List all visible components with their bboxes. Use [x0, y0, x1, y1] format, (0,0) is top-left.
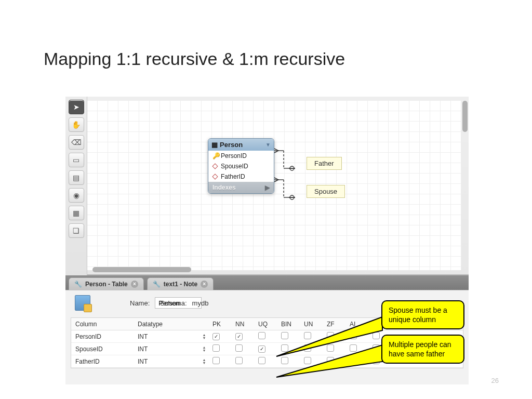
- detail-tabs: 🔧 Person - Table × 🔧 text1 - Note ×: [65, 275, 469, 290]
- checkbox-pk[interactable]: [212, 333, 220, 340]
- close-icon[interactable]: ×: [131, 281, 138, 288]
- entity-column[interactable]: SpouseID: [208, 161, 274, 171]
- checkbox-pk[interactable]: [212, 344, 220, 352]
- column-label: PersonID: [221, 152, 247, 159]
- page-number: 26: [491, 377, 499, 384]
- tab-person-table[interactable]: 🔧 Person - Table ×: [69, 277, 144, 290]
- indexes-label: Indexes: [212, 184, 236, 191]
- close-icon[interactable]: ×: [201, 281, 208, 288]
- callout-tail: [273, 341, 388, 382]
- checkbox-nn[interactable]: [235, 333, 243, 340]
- relationship-connectors: [274, 143, 305, 206]
- tab-label: Person - Table: [85, 281, 128, 288]
- table-icon: ▦: [211, 141, 218, 149]
- column-label: FatherID: [221, 173, 245, 180]
- eraser-tool-icon[interactable]: ⌫: [69, 135, 84, 150]
- header-pk: PK: [208, 321, 231, 328]
- entity-column[interactable]: FatherID: [208, 171, 274, 182]
- checkbox-uq[interactable]: [258, 357, 265, 364]
- diagram-canvas-wrap: ➤ ✋ ⌫ ▭ ▤ ◉ ▦ ❏ ▦ Person ▼ 🔑 PersonID: [65, 97, 469, 275]
- hand-tool-icon[interactable]: ✋: [69, 117, 84, 132]
- layer-tool-icon[interactable]: ▭: [69, 153, 84, 167]
- slide-title: Mapping 1:1 recursive & 1:m recursive: [44, 49, 345, 69]
- checkbox-uq[interactable]: [258, 332, 265, 339]
- tab-text1-note[interactable]: 🔧 text1 - Note ×: [147, 277, 214, 290]
- callout-spouse-unique: Spouse must be a unique column: [381, 300, 464, 329]
- entity-column[interactable]: 🔑 PersonID: [208, 151, 274, 161]
- app-screenshot: ➤ ✋ ⌫ ▭ ▤ ◉ ▦ ❏ ▦ Person ▼ 🔑 PersonID: [65, 97, 469, 384]
- collapse-icon[interactable]: ▼: [265, 142, 271, 148]
- table-editor-icon: [75, 295, 90, 311]
- note-spouse[interactable]: Spouse: [307, 185, 345, 198]
- column-label: SpouseID: [221, 163, 248, 170]
- schema-value: mydb: [192, 299, 209, 307]
- schema-label: Schema:: [160, 299, 187, 307]
- callout-father-multi: Multiple people can have same father: [381, 335, 464, 364]
- wrench-icon: 🔧: [74, 281, 82, 288]
- grid-tool-icon[interactable]: ▦: [69, 206, 84, 220]
- entity-person[interactable]: ▦ Person ▼ 🔑 PersonID SpouseID FatherID …: [208, 138, 274, 194]
- diamond-icon: [212, 163, 218, 170]
- chevron-right-icon: ▶: [265, 184, 270, 191]
- vertical-scrollbar[interactable]: [462, 101, 468, 132]
- svg-marker-3: [276, 345, 382, 377]
- diamond-icon: [212, 173, 218, 180]
- checkbox-pk[interactable]: [212, 357, 220, 364]
- tables-tool-icon[interactable]: ❏: [69, 223, 84, 238]
- key-icon: 🔑: [212, 152, 218, 159]
- header-datatype: Datatype: [134, 321, 196, 328]
- entity-indexes-row[interactable]: Indexes ▶: [208, 182, 274, 193]
- checkbox-nn[interactable]: [235, 344, 243, 352]
- note-tool-icon[interactable]: ▤: [69, 170, 84, 185]
- horizontal-scrollbar[interactable]: [92, 267, 191, 272]
- image-tool-icon[interactable]: ◉: [69, 188, 84, 203]
- checkbox-uq[interactable]: [258, 345, 265, 353]
- entity-header[interactable]: ▦ Person ▼: [208, 139, 274, 151]
- header-nn: NN: [231, 321, 254, 328]
- name-label: Name:: [130, 299, 150, 307]
- note-father[interactable]: Father: [307, 157, 342, 170]
- header-column: Column: [71, 321, 134, 328]
- tool-palette: ➤ ✋ ⌫ ▭ ▤ ◉ ▦ ❏: [65, 97, 87, 275]
- checkbox-nn[interactable]: [235, 357, 243, 364]
- pointer-tool-icon[interactable]: ➤: [69, 100, 84, 114]
- tab-label: text1 - Note: [164, 281, 197, 288]
- wrench-icon: 🔧: [153, 281, 161, 288]
- entity-title: Person: [220, 141, 243, 149]
